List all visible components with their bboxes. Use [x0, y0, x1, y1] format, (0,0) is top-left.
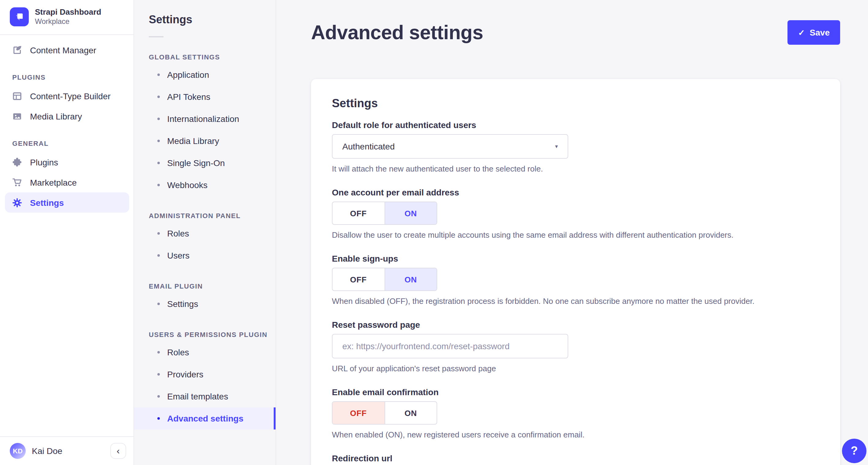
subnav-item-label: API Tokens [167, 92, 210, 102]
sidebar-item-label: Marketplace [30, 177, 77, 187]
subnav-item-single-sign-on[interactable]: Single Sign-On [134, 152, 276, 174]
puzzle-icon [12, 157, 22, 167]
subnav-item-up-roles[interactable]: Roles [134, 341, 276, 363]
subnav-group: Application API Tokens Internationalizat… [134, 64, 276, 196]
default-role-select[interactable]: Authenticated ▾ [332, 134, 568, 159]
toggle-on-option[interactable]: ON [384, 402, 437, 424]
subnav-title: Settings [149, 13, 276, 26]
chevron-down-icon: ▾ [555, 143, 558, 149]
bullet-icon [157, 118, 160, 120]
check-icon: ✓ [798, 28, 805, 37]
subnav-item-media-library[interactable]: Media Library [134, 130, 276, 152]
subnav-item-internationalization[interactable]: Internationalization [134, 108, 276, 130]
field-label: Enable sign-ups [332, 254, 819, 263]
bullet-icon [157, 140, 160, 142]
workspace-brand[interactable]: Strapi Dashboard Workplace [0, 0, 133, 35]
subnav-section-email-plugin: EMAIL PLUGIN [149, 283, 276, 290]
subnav-item-label: Roles [167, 347, 189, 357]
field-hint: Disallow the user to create multiple acc… [332, 230, 819, 239]
subnav-item-email-templates[interactable]: Email templates [134, 385, 276, 407]
bullet-icon [157, 395, 160, 398]
panel-title: Settings [332, 97, 819, 110]
field-hint: It will attach the new authenticated use… [332, 164, 819, 173]
bullet-icon [157, 351, 160, 353]
sidebar-item-label: Content Manager [30, 45, 96, 55]
save-button-label: Save [810, 28, 830, 37]
avatar: KD [10, 443, 26, 459]
sidebar-item-settings[interactable]: Settings [5, 192, 129, 212]
gear-icon [12, 198, 22, 207]
toggle-on-option[interactable]: ON [384, 268, 437, 290]
field-redirection-url: Redirection url [332, 453, 819, 465]
main-content: Advanced settings ✓ Save Settings Defaul… [276, 0, 868, 465]
unique-email-toggle: OFF ON [332, 202, 437, 225]
subnav-item-label: Users [167, 251, 189, 260]
subnav-section-global-settings: GLOBAL SETTINGS [149, 53, 276, 61]
subnav-section-users-permissions-plugin: USERS & PERMISSIONS PLUGIN [149, 331, 276, 338]
sidebar-item-label: Content-Type Builder [30, 91, 111, 101]
subnav-item-application[interactable]: Application [134, 64, 276, 86]
shopping-cart-icon [12, 177, 22, 187]
page-header: Advanced settings ✓ Save [311, 20, 840, 45]
email-confirmation-toggle: OFF ON [332, 401, 437, 425]
collapse-sidebar-button[interactable]: ‹ [110, 443, 126, 459]
subnav-item-advanced-settings[interactable]: Advanced settings [134, 407, 276, 430]
subnav-item-webhooks[interactable]: Webhooks [134, 174, 276, 196]
question-mark-icon: ? [850, 444, 858, 458]
field-hint: When enabled (ON), new registered users … [332, 430, 819, 439]
field-hint: URL of your application's reset password… [332, 364, 819, 373]
field-email-confirmation: Enable email confirmation OFF ON When en… [332, 387, 819, 439]
toggle-on-option[interactable]: ON [384, 202, 437, 224]
sidebar-item-plugins[interactable]: Plugins [5, 152, 129, 172]
image-icon [12, 111, 22, 121]
sidebar-section-plugins: PLUGINS [12, 74, 133, 81]
field-hint: When disabled (OFF), the registration pr… [332, 296, 819, 306]
sidebar-item-marketplace[interactable]: Marketplace [5, 172, 129, 192]
bullet-icon [157, 95, 160, 98]
strapi-dashboard: Strapi Dashboard Workplace Content Manag… [0, 0, 868, 465]
sidebar-footer: KD Kai Doe ‹ [0, 436, 133, 465]
save-button[interactable]: ✓ Save [788, 20, 840, 45]
strapi-logo-icon [10, 7, 29, 26]
sidebar-item-content-manager[interactable]: Content Manager [5, 40, 129, 60]
bullet-icon [157, 162, 160, 164]
toggle-off-option[interactable]: OFF [333, 202, 384, 224]
subnav-item-admin-users[interactable]: Users [134, 244, 276, 266]
feather-pen-icon [12, 45, 22, 55]
subnav-section-administration-panel: ADMINISTRATION PANEL [149, 212, 276, 219]
layout-grid-icon [12, 91, 22, 101]
subnav-item-label: Single Sign-On [167, 158, 225, 168]
sidebar-item-content-type-builder[interactable]: Content-Type Builder [5, 86, 129, 106]
subnav-item-email-settings[interactable]: Settings [134, 293, 276, 315]
settings-subnav: Settings GLOBAL SETTINGS Application API… [134, 0, 276, 465]
field-reset-password: Reset password page URL of your applicat… [332, 320, 819, 373]
workspace-title: Strapi Dashboard [35, 7, 101, 17]
field-default-role: Default role for authenticated users Aut… [332, 120, 819, 173]
bullet-icon [157, 232, 160, 235]
settings-panel: Settings Default role for authenticated … [311, 79, 840, 465]
field-label: One account per email address [332, 187, 819, 197]
subnav-item-admin-roles[interactable]: Roles [134, 223, 276, 244]
user-name: Kai Doe [32, 446, 62, 456]
subnav-item-label: Roles [167, 229, 189, 238]
toggle-off-option[interactable]: OFF [333, 402, 384, 424]
reset-password-input[interactable] [332, 334, 568, 358]
subnav-item-label: Email templates [167, 391, 228, 401]
subnav-item-label: Settings [167, 299, 198, 309]
subnav-group: Settings [134, 293, 276, 315]
sidebar-item-media-library[interactable]: Media Library [5, 106, 129, 126]
sidebar-item-label: Settings [30, 198, 64, 207]
workspace-subtitle: Workplace [35, 17, 101, 26]
bullet-icon [157, 184, 160, 186]
select-value: Authenticated [342, 142, 395, 151]
subnav-divider [149, 36, 163, 37]
field-label: Default role for authenticated users [332, 120, 819, 130]
main-sidebar: Strapi Dashboard Workplace Content Manag… [0, 0, 134, 465]
sidebar-nav: Content Manager PLUGINS Content-Type Bui… [0, 35, 133, 436]
toggle-off-option[interactable]: OFF [333, 268, 384, 290]
bullet-icon [157, 74, 160, 76]
subnav-item-providers[interactable]: Providers [134, 363, 276, 385]
subnav-item-api-tokens[interactable]: API Tokens [134, 86, 276, 108]
help-button[interactable]: ? [842, 439, 866, 463]
page-title: Advanced settings [311, 21, 483, 44]
